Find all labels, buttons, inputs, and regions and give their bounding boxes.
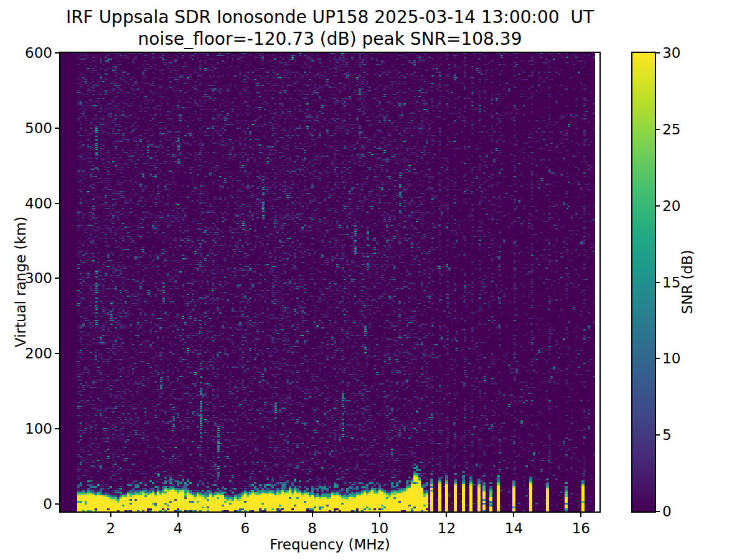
x-tick-mark xyxy=(513,513,514,517)
colorbar-tick-label: 20 xyxy=(662,198,700,214)
x-tick-mark xyxy=(312,513,313,517)
colorbar-tick-label: 30 xyxy=(662,45,700,61)
y-tick-label: 0 xyxy=(11,496,52,512)
x-tick-label: 16 xyxy=(562,520,599,536)
y-tick-mark xyxy=(55,203,59,204)
colorbar xyxy=(631,52,656,513)
colorbar-tick-label: 5 xyxy=(662,427,700,443)
y-tick-mark xyxy=(55,128,59,129)
x-axis-label: Frequency (MHz) xyxy=(60,536,599,553)
x-tick-mark xyxy=(110,513,111,517)
colorbar-tick-mark xyxy=(656,511,660,512)
chart-subtitle: noise_floor=-120.73 (dB) peak SNR=108.39 xyxy=(60,29,599,50)
colorbar-tick-label: 0 xyxy=(662,503,700,520)
y-axis-label: Virtual range (km) xyxy=(12,217,29,347)
x-tick-label: 2 xyxy=(92,520,129,536)
y-tick-label: 100 xyxy=(11,421,52,437)
colorbar-tick-label: 25 xyxy=(662,121,700,138)
ionogram-figure: IRF Uppsala SDR Ionosonde UP158 2025-03-… xyxy=(0,0,747,560)
colorbar-tick-mark xyxy=(656,358,660,359)
x-tick-mark xyxy=(245,513,246,517)
colorbar-tick-mark xyxy=(656,52,660,54)
y-tick-mark xyxy=(55,503,59,505)
chart-title: IRF Uppsala SDR Ionosonde UP158 2025-03-… xyxy=(60,7,599,28)
y-tick-label: 500 xyxy=(11,120,52,136)
x-tick-mark xyxy=(177,513,179,517)
x-tick-mark xyxy=(446,513,447,517)
x-tick-label: 4 xyxy=(159,520,197,536)
y-tick-mark xyxy=(55,52,59,54)
x-tick-label: 12 xyxy=(428,520,465,536)
colorbar-tick-mark xyxy=(656,129,660,130)
ionogram-heatmap-canvas xyxy=(60,53,599,511)
colorbar-tick-mark xyxy=(656,205,660,207)
y-tick-label: 200 xyxy=(11,345,52,362)
y-tick-label: 400 xyxy=(11,195,52,212)
colorbar-tick-label: 10 xyxy=(662,350,700,366)
colorbar-tick-mark xyxy=(656,434,660,436)
y-tick-mark xyxy=(55,353,59,354)
x-tick-label: 8 xyxy=(294,520,331,536)
y-tick-mark xyxy=(55,278,59,279)
plot-area xyxy=(59,52,601,513)
colorbar-label: SNR (dB) xyxy=(679,250,695,314)
x-tick-mark xyxy=(580,513,581,517)
y-tick-mark xyxy=(55,428,59,429)
x-tick-label: 10 xyxy=(361,520,398,536)
x-tick-label: 6 xyxy=(227,520,264,536)
colorbar-gradient-canvas xyxy=(632,53,655,511)
colorbar-tick-mark xyxy=(656,282,660,283)
y-tick-label: 600 xyxy=(11,45,52,61)
x-tick-label: 14 xyxy=(495,520,532,536)
x-tick-mark xyxy=(379,513,380,517)
